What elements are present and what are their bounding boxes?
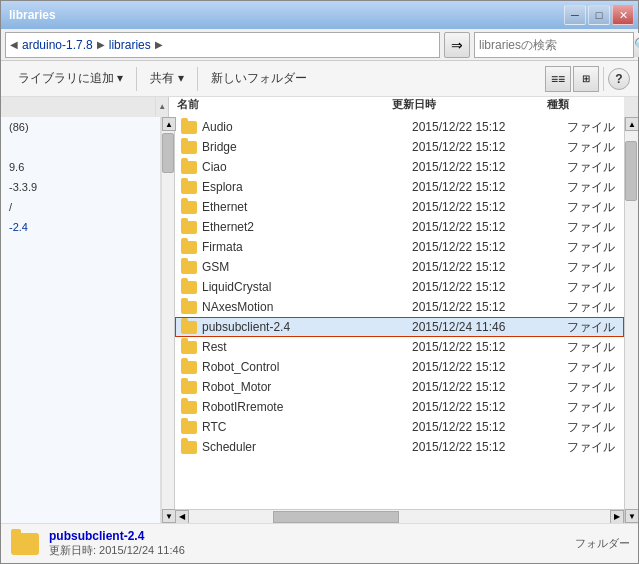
- file-type: ファイル: [567, 279, 624, 296]
- view-buttons: ≡≡ ⊞: [545, 66, 599, 92]
- file-row[interactable]: Scheduler2015/12/22 15:12ファイル: [175, 437, 624, 457]
- view-details-button[interactable]: ⊞: [573, 66, 599, 92]
- nav-item-96[interactable]: 9.6: [1, 157, 160, 177]
- add-library-button[interactable]: ライブラリに追加 ▾: [9, 65, 132, 93]
- file-row[interactable]: GSM2015/12/22 15:12ファイル: [175, 257, 624, 277]
- file-date: 2015/12/22 15:12: [412, 260, 567, 274]
- file-row[interactable]: NAxesMotion2015/12/22 15:12ファイル: [175, 297, 624, 317]
- add-library-label: ライブラリに追加 ▾: [18, 70, 123, 87]
- file-date: 2015/12/22 15:12: [412, 180, 567, 194]
- status-text-area: pubsubclient-2.4 更新日時: 2015/12/24 11:46: [49, 529, 185, 558]
- file-name: Esplora: [202, 180, 412, 194]
- nav-item-339[interactable]: -3.3.9: [1, 177, 160, 197]
- toolbar-separator-3: [603, 67, 604, 91]
- file-row[interactable]: Rest2015/12/22 15:12ファイル: [175, 337, 624, 357]
- left-panel-scroll: (86) 9.6 -3.3.9 / -2.4: [1, 117, 160, 523]
- file-date: 2015/12/22 15:12: [412, 300, 567, 314]
- folder-icon: [180, 199, 198, 215]
- search-input[interactable]: [475, 38, 633, 52]
- folder-icon: [180, 379, 198, 395]
- new-folder-label: 新しいフォルダー: [211, 70, 307, 87]
- file-type: ファイル: [567, 379, 624, 396]
- file-list: Audio2015/12/22 15:12ファイルBridge2015/12/2…: [175, 117, 624, 523]
- file-row[interactable]: Esplora2015/12/22 15:12ファイル: [175, 177, 624, 197]
- share-button[interactable]: 共有 ▾: [141, 65, 192, 93]
- file-type: ファイル: [567, 199, 624, 216]
- file-row[interactable]: Ciao2015/12/22 15:12ファイル: [175, 157, 624, 177]
- right-vscrollbar[interactable]: ▲ ▼: [624, 117, 638, 523]
- nav-item-86[interactable]: (86): [1, 117, 160, 137]
- toolbar: ライブラリに追加 ▾ 共有 ▾ 新しいフォルダー ≡≡ ⊞ ?: [1, 61, 638, 97]
- address-path[interactable]: ◀ arduino-1.7.8 ▶ libraries ▶: [5, 32, 440, 58]
- bottom-scrollbar[interactable]: ◀ ▶: [175, 509, 624, 523]
- file-name: Firmata: [202, 240, 412, 254]
- folder-icon: [180, 239, 198, 255]
- maximize-button[interactable]: □: [588, 5, 610, 25]
- right-scroll-track[interactable]: [625, 131, 638, 509]
- column-name[interactable]: 名前: [169, 97, 392, 117]
- nav-item-24[interactable]: -2.4: [1, 217, 160, 237]
- file-name: pubsubclient-2.4: [202, 320, 412, 334]
- left-scroll-track[interactable]: [162, 131, 174, 509]
- left-scroll-up[interactable]: ▲: [162, 117, 176, 131]
- window-title: libraries: [9, 8, 56, 22]
- file-row[interactable]: Audio2015/12/22 15:12ファイル: [175, 117, 624, 137]
- file-row[interactable]: Bridge2015/12/22 15:12ファイル: [175, 137, 624, 157]
- file-row[interactable]: Ethernet2015/12/22 15:12ファイル: [175, 197, 624, 217]
- h-scroll-left[interactable]: ◀: [175, 510, 189, 524]
- file-date: 2015/12/22 15:12: [412, 220, 567, 234]
- file-date: 2015/12/22 15:12: [412, 360, 567, 374]
- nav-item-slash[interactable]: /: [1, 197, 160, 217]
- file-type: ファイル: [567, 159, 624, 176]
- file-name: NAxesMotion: [202, 300, 412, 314]
- folder-icon: [180, 299, 198, 315]
- view-list-button[interactable]: ≡≡: [545, 66, 571, 92]
- file-row[interactable]: Ethernet22015/12/22 15:12ファイル: [175, 217, 624, 237]
- file-type: ファイル: [567, 299, 624, 316]
- left-vscrollbar[interactable]: ▲ ▼: [161, 117, 175, 523]
- file-type: ファイル: [567, 339, 624, 356]
- h-scroll-track[interactable]: [189, 511, 610, 523]
- search-box[interactable]: 🔍: [474, 32, 634, 58]
- h-scroll-thumb[interactable]: [273, 511, 399, 523]
- left-panel: (86) 9.6 -3.3.9 / -2.4: [1, 117, 161, 523]
- left-scroll-thumb[interactable]: [162, 133, 174, 173]
- explorer-window: libraries ─ □ ✕ ◀ arduino-1.7.8 ▶ librar…: [0, 0, 639, 564]
- file-list-scroll: Audio2015/12/22 15:12ファイルBridge2015/12/2…: [175, 117, 624, 509]
- file-row[interactable]: Robot_Control2015/12/22 15:12ファイル: [175, 357, 624, 377]
- file-row[interactable]: Firmata2015/12/22 15:12ファイル: [175, 237, 624, 257]
- file-type: ファイル: [567, 399, 624, 416]
- file-type: ファイル: [567, 119, 624, 136]
- folder-icon: [180, 139, 198, 155]
- file-row[interactable]: RobotIRremote2015/12/22 15:12ファイル: [175, 397, 624, 417]
- folder-icon: [180, 399, 198, 415]
- status-item-detail: 更新日時: 2015/12/24 11:46: [49, 543, 185, 558]
- folder-icon: [180, 279, 198, 295]
- minimize-button[interactable]: ─: [564, 5, 586, 25]
- path-arrow-2: ▶: [155, 39, 163, 50]
- navigate-button[interactable]: ⇒: [444, 32, 470, 58]
- h-scroll-right[interactable]: ▶: [610, 510, 624, 524]
- path-separator-left: ◀: [10, 39, 18, 50]
- column-date[interactable]: 更新日時: [392, 97, 547, 117]
- title-bar: libraries ─ □ ✕: [1, 1, 638, 29]
- column-type[interactable]: 種類: [547, 97, 624, 117]
- right-scroll-thumb[interactable]: [625, 141, 637, 201]
- file-row[interactable]: RTC2015/12/22 15:12ファイル: [175, 417, 624, 437]
- folder-icon: [180, 439, 198, 455]
- folder-icon: [180, 219, 198, 235]
- file-row[interactable]: LiquidCrystal2015/12/22 15:12ファイル: [175, 277, 624, 297]
- left-scroll-down[interactable]: ▼: [162, 509, 176, 523]
- file-name: Rest: [202, 340, 412, 354]
- path-segment-root[interactable]: arduino-1.7.8: [20, 38, 95, 52]
- folder-icon: [180, 119, 198, 135]
- file-name: Robot_Motor: [202, 380, 412, 394]
- file-type: ファイル: [567, 139, 624, 156]
- file-date: 2015/12/24 11:46: [412, 320, 567, 334]
- file-row[interactable]: pubsubclient-2.42015/12/24 11:46ファイル: [175, 317, 624, 337]
- new-folder-button[interactable]: 新しいフォルダー: [202, 65, 316, 93]
- path-segment-libraries[interactable]: libraries: [107, 38, 153, 52]
- toolbar-separator-2: [197, 67, 198, 91]
- file-row[interactable]: Robot_Motor2015/12/22 15:12ファイル: [175, 377, 624, 397]
- file-name: GSM: [202, 260, 412, 274]
